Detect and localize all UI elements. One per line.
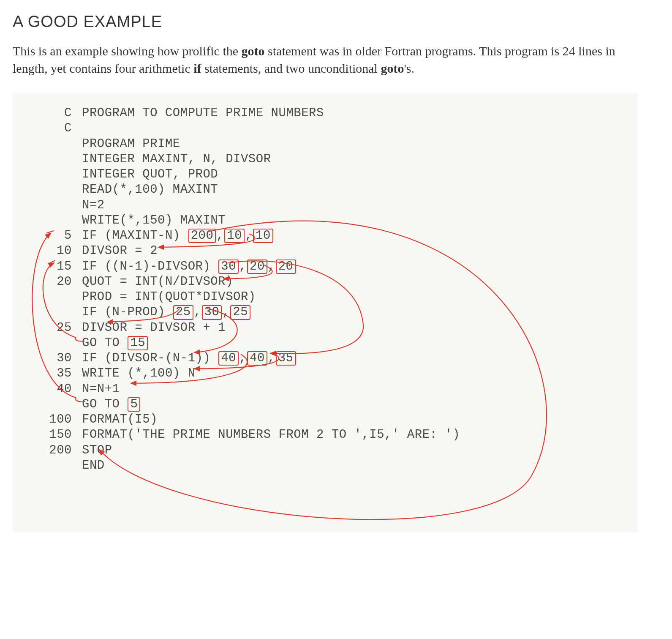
line-code: END <box>82 458 625 473</box>
line-code: DIVSOR = 2 <box>82 243 625 259</box>
code-line: END <box>25 458 625 473</box>
line-code: IF (DIVSOR-(N-1)) 40,40,35 <box>82 351 625 366</box>
line-code: IF ((N-1)-DIVSOR) 30,20,20 <box>82 259 625 274</box>
line-code: READ(*,100) MAXINT <box>82 182 625 197</box>
intro-text-1: This is an example showing how prolific … <box>13 44 242 58</box>
line-label: 35 <box>25 366 82 381</box>
line-code: GO TO 15 <box>82 336 625 351</box>
goto-target-box: 5 <box>128 397 140 412</box>
code-listing: CPROGRAM TO COMPUTE PRIME NUMBERSCPROGRA… <box>25 106 625 473</box>
line-code: N=2 <box>82 198 625 213</box>
code-line: PROGRAM PRIME <box>25 137 625 152</box>
code-line: N=2 <box>25 198 625 213</box>
line-code: WRITE(*,150) MAXINT <box>82 213 625 228</box>
line-label: 150 <box>25 427 82 442</box>
line-label: 5 <box>25 228 82 243</box>
goto-target-box: 200 <box>188 229 216 243</box>
line-label: C <box>25 106 82 121</box>
code-line: 25DIVSOR = DIVSOR + 1 <box>25 320 625 336</box>
code-line: PROD = INT(QUOT*DIVSOR) <box>25 289 625 305</box>
keyword-goto-2: goto <box>381 61 404 75</box>
line-code: INTEGER MAXINT, N, DIVSOR <box>82 152 625 167</box>
line-label: 25 <box>25 320 82 336</box>
line-label: 20 <box>25 274 82 289</box>
code-line: C <box>25 121 625 136</box>
code-line: 15IF ((N-1)-DIVSOR) 30,20,20 <box>25 259 625 274</box>
goto-target-box: 10 <box>253 229 273 243</box>
goto-target-box: 40 <box>218 351 239 366</box>
line-label: 100 <box>25 412 82 427</box>
line-code: PROGRAM TO COMPUTE PRIME NUMBERS <box>82 106 625 121</box>
line-code: FORMAT('THE PRIME NUMBERS FROM 2 TO ',I5… <box>82 427 625 442</box>
goto-target-box: 35 <box>276 351 296 366</box>
goto-target-box: 30 <box>202 305 222 320</box>
code-line: 35WRITE (*,100) N <box>25 366 625 381</box>
line-code: WRITE (*,100) N <box>82 366 625 381</box>
goto-target-box: 20 <box>276 259 296 274</box>
line-code: QUOT = INT(N/DIVSOR) <box>82 274 625 289</box>
code-line: WRITE(*,150) MAXINT <box>25 213 625 228</box>
goto-target-box: 10 <box>224 229 245 243</box>
code-line: 20QUOT = INT(N/DIVSOR) <box>25 274 625 289</box>
line-code: STOP <box>82 443 625 458</box>
goto-target-box: 30 <box>218 259 239 274</box>
line-label: C <box>25 121 82 136</box>
line-code: GO TO 5 <box>82 397 625 412</box>
fortran-code-figure: CPROGRAM TO COMPUTE PRIME NUMBERSCPROGRA… <box>13 93 638 532</box>
goto-target-box: 20 <box>247 259 267 274</box>
section-heading: A GOOD EXAMPLE <box>13 13 659 31</box>
code-line: 10DIVSOR = 2 <box>25 243 625 259</box>
goto-target-box: 40 <box>247 351 267 366</box>
line-label: 200 <box>25 443 82 458</box>
goto-target-box: 25 <box>173 305 193 320</box>
line-code: IF (MAXINT-N) 200,10,10 <box>82 228 625 243</box>
intro-paragraph: This is an example showing how prolific … <box>13 43 646 77</box>
code-line: CPROGRAM TO COMPUTE PRIME NUMBERS <box>25 106 625 121</box>
code-line: 150FORMAT('THE PRIME NUMBERS FROM 2 TO '… <box>25 427 625 442</box>
keyword-goto-1: goto <box>242 44 265 58</box>
intro-text-4: 's. <box>404 61 414 75</box>
goto-target-box: 25 <box>230 305 250 320</box>
line-code: DIVSOR = DIVSOR + 1 <box>82 320 625 336</box>
code-line: 30IF (DIVSOR-(N-1)) 40,40,35 <box>25 351 625 366</box>
line-code: INTEGER QUOT, PROD <box>82 167 625 182</box>
line-label: 15 <box>25 259 82 274</box>
code-line: READ(*,100) MAXINT <box>25 182 625 197</box>
code-line: GO TO 5 <box>25 397 625 412</box>
code-line: 40N=N+1 <box>25 382 625 397</box>
code-line: INTEGER QUOT, PROD <box>25 167 625 182</box>
line-label: 10 <box>25 243 82 259</box>
code-line: IF (N-PROD) 25,30,25 <box>25 305 625 320</box>
code-line: GO TO 15 <box>25 336 625 351</box>
code-line: INTEGER MAXINT, N, DIVSOR <box>25 152 625 167</box>
line-code: N=N+1 <box>82 382 625 397</box>
goto-target-box: 15 <box>128 336 148 350</box>
keyword-if: if <box>193 61 201 75</box>
intro-text-3: statements, and two unconditional <box>201 61 381 75</box>
line-code: IF (N-PROD) 25,30,25 <box>82 305 625 320</box>
code-line: 200STOP <box>25 443 625 458</box>
line-code: PROGRAM PRIME <box>82 137 625 152</box>
line-code: PROD = INT(QUOT*DIVSOR) <box>82 289 625 305</box>
line-label: 30 <box>25 351 82 366</box>
code-line: 100FORMAT(I5) <box>25 412 625 427</box>
line-label: 40 <box>25 382 82 397</box>
code-line: 5IF (MAXINT-N) 200,10,10 <box>25 228 625 243</box>
line-code: FORMAT(I5) <box>82 412 625 427</box>
